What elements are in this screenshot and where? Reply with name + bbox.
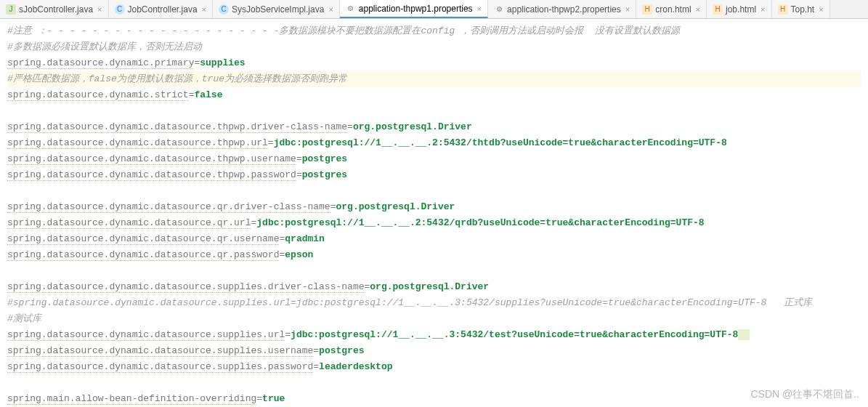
close-icon[interactable]: × <box>819 5 823 14</box>
blank-line <box>7 183 861 199</box>
code-line: spring.datasource.dynamic.datasource.qr.… <box>7 247 861 263</box>
close-icon[interactable]: × <box>97 5 102 14</box>
close-icon[interactable]: × <box>696 5 700 14</box>
blank-line <box>7 263 861 279</box>
comment-line: #测试库 <box>7 311 861 327</box>
watermark-text: CSDN @往事不堪回首.. <box>750 388 859 401</box>
code-line: spring.datasource.dynamic.datasource.thp… <box>7 135 861 151</box>
tab-application-thpwp1-properties[interactable]: ⚙application-thpwp1.properties× <box>340 0 488 18</box>
close-icon[interactable]: × <box>477 4 482 13</box>
code-line: spring.datasource.dynamic.datasource.thp… <box>7 167 861 183</box>
tab-label: SysJobServiceImpl.java <box>232 4 324 15</box>
file-type-icon: C <box>219 4 229 15</box>
comment-line: #多数据源必须设置默认数据库，否则无法启动 <box>7 39 861 55</box>
tab-label: job.html <box>726 4 756 15</box>
file-type-icon: H <box>778 4 788 15</box>
tab-label: application-thpwp1.properties <box>359 4 473 14</box>
code-line: spring.datasource.dynamic.datasource.sup… <box>7 279 861 295</box>
code-line: spring.datasource.dynamic.primary=suppli… <box>7 55 861 71</box>
file-type-icon: H <box>642 4 652 15</box>
close-icon[interactable]: × <box>760 5 765 14</box>
file-type-icon: C <box>115 4 125 15</box>
comment-line: #spring.datasource.dynamic.datasource.su… <box>7 295 861 311</box>
tab-label: cron.html <box>655 4 691 15</box>
tab-application-thpwp2-properties[interactable]: ⚙application-thpwp2.properties× <box>488 0 636 18</box>
code-line: spring.datasource.dynamic.datasource.qr.… <box>7 231 861 247</box>
file-type-icon: ⚙ <box>346 4 356 14</box>
tab-job-html[interactable]: Hjob.html× <box>707 0 771 18</box>
editor-tabs: JsJobController.java×CJobController.java… <box>0 0 868 19</box>
code-line: spring.datasource.dynamic.strict=false <box>7 87 861 103</box>
tab-cron-html[interactable]: Hcron.html× <box>636 0 707 18</box>
comment-line-highlighted: #严格匹配数据源，false为使用默认数据源，true为必须选择数据源否则跑异常 <box>7 71 861 87</box>
code-line: spring.datasource.dynamic.datasource.thp… <box>7 119 861 135</box>
file-type-icon: H <box>713 4 723 15</box>
code-line: spring.datasource.dynamic.datasource.qr.… <box>7 199 861 215</box>
tab-label: JobController.java <box>128 4 198 15</box>
tab-JobController-java[interactable]: CJobController.java× <box>109 0 214 18</box>
file-type-icon: ⚙ <box>494 4 504 15</box>
code-line: spring.datasource.dynamic.datasource.sup… <box>7 327 861 343</box>
blank-line <box>7 103 861 119</box>
code-line: spring.datasource.dynamic.datasource.sup… <box>7 359 861 375</box>
tab-SysJobServiceImpl-java[interactable]: CSysJobServiceImpl.java× <box>213 0 340 18</box>
close-icon[interactable]: × <box>328 5 333 14</box>
tab-label: sJobController.java <box>19 4 93 15</box>
code-line: spring.datasource.dynamic.datasource.thp… <box>7 151 861 167</box>
close-icon[interactable]: × <box>202 5 206 14</box>
code-editor[interactable]: #注意 ：- - - - - - - - - - - - - - - - - -… <box>0 19 868 407</box>
tab-label: Top.ht <box>791 4 815 15</box>
code-line: spring.datasource.dynamic.datasource.sup… <box>7 343 861 359</box>
comment-line: #注意 ：- - - - - - - - - - - - - - - - - -… <box>7 23 861 39</box>
close-icon[interactable]: × <box>625 5 630 14</box>
blank-line <box>7 375 861 391</box>
tab-Top-ht[interactable]: HTop.ht× <box>772 0 830 18</box>
tab-sJobController-java[interactable]: JsJobController.java× <box>0 0 109 18</box>
tab-label: application-thpwp2.properties <box>507 4 621 15</box>
code-line: spring.main.allow-bean-definition-overri… <box>7 391 861 407</box>
code-line: spring.datasource.dynamic.datasource.qr.… <box>7 215 861 231</box>
file-type-icon: J <box>6 4 16 15</box>
